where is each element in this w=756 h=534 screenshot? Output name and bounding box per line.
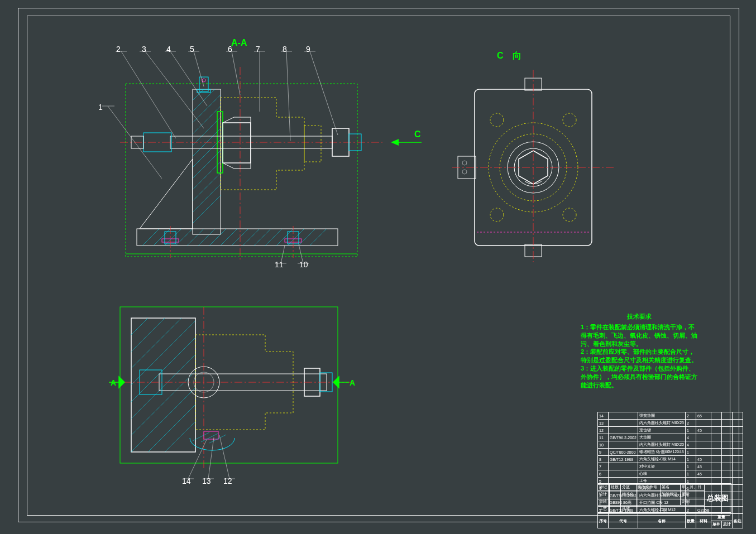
svg-point-83 [563, 113, 576, 127]
svg-line-58 [232, 51, 240, 95]
svg-rect-0 [126, 84, 357, 257]
balloon-2: 2 [116, 45, 121, 54]
direction-label-c: C [414, 129, 421, 139]
balloon-12: 12 [223, 477, 232, 485]
svg-rect-38 [304, 126, 321, 162]
balloon-9: 9 [306, 45, 310, 54]
svg-marker-75 [391, 139, 399, 146]
svg-line-54 [121, 51, 176, 138]
tech-line-1: 1：零件在装配前必须清理和清洗干净，不得有毛刺、飞边、氧化皮、锈蚀、切屑、油污、… [581, 323, 698, 348]
svg-line-12 [243, 229, 260, 246]
svg-line-10 [221, 229, 237, 246]
svg-rect-94 [120, 307, 338, 463]
svg-point-84 [490, 208, 504, 222]
c-view [441, 67, 620, 268]
section-mark-a-right: A [350, 378, 355, 387]
svg-rect-114 [204, 431, 218, 439]
svg-line-55 [145, 51, 204, 128]
svg-line-103 [131, 388, 195, 452]
tech-line-3: 3：进入装配的零件及部件（包括外购件、外协件），均必须具有检验部门的合格证方能进… [581, 364, 698, 389]
svg-line-17 [299, 229, 315, 246]
tech-title: 技术要求 [581, 312, 698, 321]
svg-line-7 [187, 229, 204, 246]
svg-line-18 [310, 229, 327, 246]
svg-line-31 [193, 195, 221, 223]
balloon-4: 4 [166, 45, 171, 54]
drawing-title: 总装图 [705, 484, 731, 513]
balloon-5: 5 [190, 45, 194, 54]
svg-line-57 [194, 51, 204, 86]
tech-line-2: 2：装配前应对零、部件的主要配合尺寸，特别是过盈配合尺寸及相关精度进行复查。 [581, 348, 698, 364]
svg-line-6 [176, 229, 193, 246]
svg-line-98 [131, 318, 181, 368]
balloon-8: 8 [283, 45, 287, 54]
svg-line-8 [198, 229, 215, 246]
svg-point-35 [202, 79, 205, 82]
svg-marker-121 [333, 377, 339, 388]
balloon-13: 13 [202, 477, 211, 485]
svg-line-24 [193, 117, 221, 145]
balloon-10: 10 [299, 260, 308, 269]
svg-line-26 [193, 139, 221, 167]
top-view [92, 290, 371, 485]
svg-line-13 [254, 229, 271, 246]
svg-line-105 [165, 421, 195, 452]
svg-line-23 [193, 106, 221, 134]
svg-point-85 [563, 208, 576, 222]
title-block: 标记处数 分区更改文件号 签名年、月、日 总装图 设计 标准化 阶段标记重量 审… [597, 483, 731, 513]
svg-line-123 [208, 437, 214, 479]
svg-line-61 [310, 51, 338, 135]
svg-line-99 [131, 321, 195, 385]
svg-point-90 [462, 170, 467, 174]
svg-line-101 [131, 354, 195, 418]
balloon-1: 1 [98, 103, 103, 112]
svg-line-9 [209, 229, 226, 246]
svg-line-124 [219, 435, 229, 479]
svg-line-14 [265, 229, 282, 246]
svg-point-89 [462, 161, 467, 165]
svg-line-29 [193, 173, 221, 201]
balloon-11: 11 [275, 260, 284, 269]
svg-line-96 [131, 318, 148, 335]
view-label-c: C 向 [497, 50, 525, 62]
svg-line-102 [131, 371, 195, 435]
svg-line-28 [193, 162, 221, 190]
svg-line-122 [188, 440, 207, 479]
balloon-3: 3 [142, 45, 146, 54]
balloon-14: 14 [182, 477, 191, 485]
section-mark-a-left: A [111, 378, 116, 387]
main-view [92, 33, 399, 268]
svg-rect-19 [193, 89, 221, 234]
svg-marker-119 [119, 377, 125, 388]
svg-line-97 [131, 318, 165, 352]
svg-line-30 [193, 184, 221, 212]
svg-rect-95 [131, 318, 195, 452]
svg-line-3 [142, 229, 159, 246]
svg-point-82 [490, 113, 504, 127]
svg-line-27 [193, 151, 221, 179]
svg-line-60 [286, 51, 290, 141]
svg-rect-40 [223, 123, 251, 163]
svg-line-22 [193, 95, 221, 123]
balloon-7: 7 [256, 45, 260, 54]
technical-requirements: 技术要求 1：零件在装配前必须清理和清洗干净，不得有毛刺、飞边、氧化皮、锈蚀、切… [581, 312, 698, 389]
svg-marker-32 [140, 159, 193, 229]
section-label: A-A [231, 38, 247, 48]
